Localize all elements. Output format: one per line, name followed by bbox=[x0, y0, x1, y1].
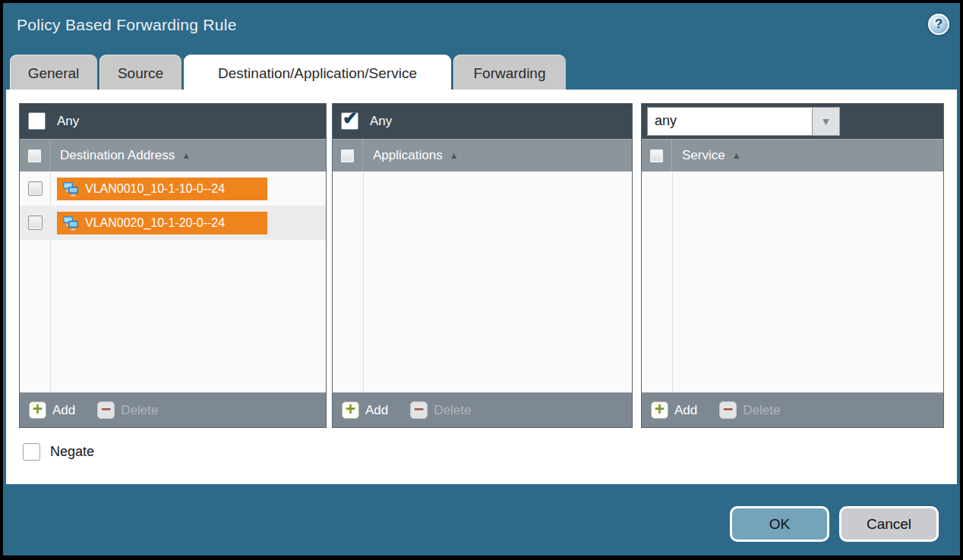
service-footer: + Add − Delete bbox=[642, 392, 943, 427]
applications-footer: + Add − Delete bbox=[333, 392, 632, 427]
address-object-vlan0010[interactable]: VLAN0010_10-1-10-0--24 bbox=[57, 178, 267, 200]
add-icon[interactable]: + bbox=[651, 401, 668, 419]
applications-any-bar: ✔ Any bbox=[333, 103, 632, 139]
destination-list: VLAN0010_10-1-10-0--24 bbox=[20, 171, 326, 392]
applications-list bbox=[333, 171, 632, 392]
service-panel: any ▼ Service ▲ + Add bbox=[641, 103, 944, 428]
delete-icon: − bbox=[410, 401, 428, 419]
destination-any-label: Any bbox=[57, 114, 79, 129]
help-icon[interactable]: ? bbox=[928, 14, 949, 35]
row-checkbox-cell bbox=[20, 181, 50, 196]
ok-button[interactable]: OK bbox=[730, 506, 829, 542]
address-object-label: VLAN0020_10-1-20-0--24 bbox=[85, 216, 225, 230]
service-select-all-checkbox[interactable] bbox=[649, 149, 664, 163]
destination-any-bar: Any bbox=[20, 103, 326, 139]
applications-header-checkbox-cell bbox=[333, 140, 363, 171]
add-button[interactable]: Add bbox=[674, 403, 697, 418]
applications-any-checkbox[interactable]: ✔ bbox=[341, 112, 358, 130]
address-object-label: VLAN0010_10-1-10-0--24 bbox=[85, 182, 225, 196]
policy-based-forwarding-dialog: Policy Based Forwarding Rule ? General S… bbox=[3, 3, 960, 555]
destination-panel: Any Destination Address ▲ bbox=[19, 103, 327, 428]
sort-ascending-icon: ▲ bbox=[732, 150, 741, 161]
delete-icon: − bbox=[719, 401, 737, 419]
delete-button-disabled: Delete bbox=[434, 403, 471, 418]
add-button[interactable]: Add bbox=[365, 403, 388, 418]
service-column-header[interactable]: Service ▲ bbox=[642, 139, 943, 171]
add-icon[interactable]: + bbox=[29, 401, 46, 419]
delete-button-disabled: Delete bbox=[743, 403, 780, 418]
service-dropdown-value[interactable]: any bbox=[647, 107, 813, 136]
tab-content: Any Destination Address ▲ bbox=[6, 90, 957, 484]
negate-checkbox[interactable] bbox=[23, 443, 40, 461]
table-row: VLAN0010_10-1-10-0--24 bbox=[20, 171, 326, 206]
checkmark-icon: ✔ bbox=[343, 108, 358, 129]
tab-das-label: Destination/Application/Service bbox=[218, 65, 417, 82]
tab-source[interactable]: Source bbox=[99, 55, 182, 93]
destination-column-title: Destination Address bbox=[60, 148, 175, 163]
add-icon[interactable]: + bbox=[342, 401, 359, 419]
panels: Any Destination Address ▲ bbox=[19, 103, 944, 428]
network-icon bbox=[62, 181, 80, 197]
sort-ascending-icon: ▲ bbox=[450, 150, 459, 161]
applications-column-title: Applications bbox=[373, 148, 443, 163]
tab-general-label: General bbox=[28, 65, 80, 82]
service-list bbox=[642, 171, 943, 392]
address-object-vlan0020[interactable]: VLAN0020_10-1-20-0--24 bbox=[57, 212, 267, 234]
tab-forwarding-label: Forwarding bbox=[473, 65, 545, 82]
service-column-title: Service bbox=[682, 148, 725, 163]
tab-bar: General Source Destination/Application/S… bbox=[10, 55, 566, 93]
tab-source-label: Source bbox=[118, 65, 163, 82]
row-checkbox-cell bbox=[20, 216, 50, 230]
applications-any-label: Any bbox=[370, 114, 392, 129]
destination-any-checkbox[interactable] bbox=[28, 112, 46, 130]
destination-header-checkbox-cell bbox=[20, 140, 50, 171]
tab-general[interactable]: General bbox=[10, 55, 97, 93]
chevron-down-icon: ▼ bbox=[821, 115, 832, 127]
sort-ascending-icon: ▲ bbox=[182, 150, 191, 161]
negate-label: Negate bbox=[50, 444, 94, 460]
tab-forwarding[interactable]: Forwarding bbox=[453, 55, 566, 93]
applications-column-header[interactable]: Applications ▲ bbox=[333, 139, 632, 171]
service-dropdown[interactable]: any ▼ bbox=[647, 107, 840, 136]
network-icon bbox=[62, 216, 80, 231]
table-row: VLAN0020_10-1-20-0--24 bbox=[20, 206, 326, 240]
negate-option: Negate bbox=[23, 443, 94, 461]
applications-panel: ✔ Any Applications ▲ + Add − Delete bbox=[332, 103, 633, 428]
row-checkbox[interactable] bbox=[28, 181, 43, 196]
dialog-title: Policy Based Forwarding Rule bbox=[17, 16, 237, 34]
add-button[interactable]: Add bbox=[52, 403, 75, 418]
service-header-checkbox-cell bbox=[642, 140, 672, 171]
service-dropdown-button[interactable]: ▼ bbox=[813, 107, 840, 136]
tab-destination-application-service[interactable]: Destination/Application/Service bbox=[184, 55, 451, 93]
delete-icon: − bbox=[97, 401, 115, 419]
delete-button-disabled: Delete bbox=[121, 403, 158, 418]
destination-column-header[interactable]: Destination Address ▲ bbox=[20, 139, 326, 171]
destination-footer: + Add − Delete bbox=[20, 392, 326, 427]
row-checkbox[interactable] bbox=[28, 216, 43, 230]
service-any-bar: any ▼ bbox=[642, 103, 943, 139]
destination-select-all-checkbox[interactable] bbox=[27, 149, 42, 163]
cancel-button[interactable]: Cancel bbox=[839, 506, 939, 542]
applications-select-all-checkbox[interactable] bbox=[340, 149, 355, 163]
